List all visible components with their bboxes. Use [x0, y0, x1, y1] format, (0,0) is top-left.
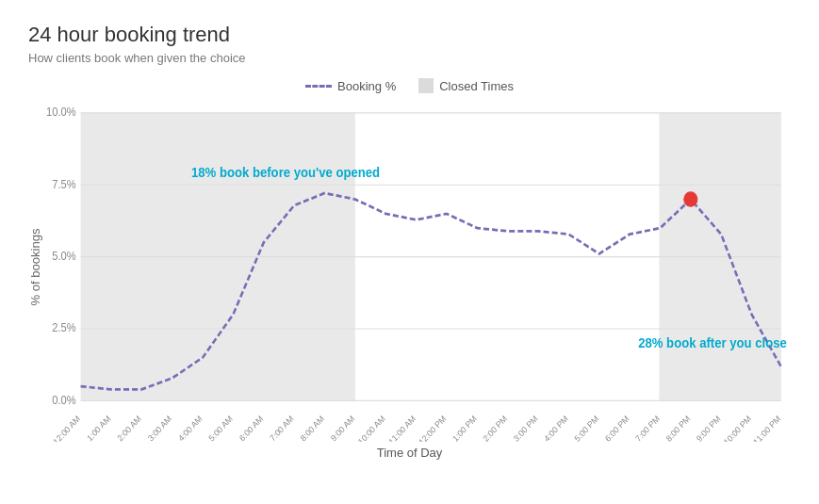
legend-booking: Booking % — [305, 79, 396, 93]
x-label-12: 12:00 PM — [417, 414, 448, 442]
chart-svg: 0.0% 2.5% 5.0% 7.5% 10.0% % of bookings … — [28, 103, 791, 442]
y-label-100: 10.0% — [46, 106, 76, 118]
y-axis-title: % of bookings — [30, 228, 42, 305]
x-label-2: 2:00 AM — [116, 414, 143, 442]
x-label-3: 3:00 AM — [146, 414, 173, 442]
x-label-9: 9:00 AM — [329, 414, 356, 442]
annotation-before-open: 18% book before you've opened — [191, 165, 380, 180]
x-label-13: 1:00 PM — [450, 414, 478, 442]
x-label-22: 10:00 PM — [722, 414, 753, 442]
chart-legend: Booking % Closed Times — [28, 78, 791, 93]
x-label-4: 4:00 AM — [176, 414, 204, 442]
highlight-dot — [684, 192, 697, 206]
y-label-75: 7.5% — [52, 178, 75, 189]
legend-closed-label: Closed Times — [439, 79, 514, 93]
x-label-7: 7:00 AM — [268, 414, 295, 442]
x-label-19: 7:00 PM — [633, 414, 661, 442]
chart-area: 0.0% 2.5% 5.0% 7.5% 10.0% % of bookings … — [28, 103, 791, 442]
y-label-25: 2.5% — [52, 322, 75, 333]
x-label-17: 5:00 PM — [573, 414, 600, 442]
chart-title: 24 hour booking trend — [28, 23, 791, 47]
x-label-6: 6:00 AM — [238, 414, 265, 442]
x-label-0: 12:00 AM — [52, 414, 82, 442]
y-label-50: 5.0% — [52, 251, 75, 262]
x-label-14: 2:00 PM — [482, 414, 509, 442]
annotation-after-close: 28% book after you close — [638, 335, 787, 350]
x-label-20: 8:00 PM — [664, 414, 692, 442]
x-label-8: 8:00 AM — [299, 414, 326, 442]
x-label-11: 11:00 AM — [386, 414, 417, 442]
x-label-5: 5:00 AM — [207, 414, 235, 442]
x-label-15: 3:00 PM — [512, 414, 539, 442]
legend-closed-box — [418, 78, 434, 93]
legend-booking-label: Booking % — [337, 79, 396, 93]
legend-booking-line — [305, 85, 332, 88]
x-label-21: 9:00 PM — [695, 414, 722, 442]
x-label-23: 11:00 PM — [751, 414, 782, 442]
y-label-0: 0.0% — [52, 394, 75, 405]
chart-subtitle: How clients book when given the choice — [28, 51, 791, 65]
x-label-16: 4:00 PM — [542, 414, 569, 442]
x-axis-label: Time of Day — [28, 446, 791, 460]
x-label-10: 10:00 AM — [356, 414, 386, 442]
legend-closed: Closed Times — [418, 78, 514, 93]
x-label-1: 1:00 AM — [85, 414, 112, 442]
x-label-18: 6:00 PM — [603, 414, 631, 442]
